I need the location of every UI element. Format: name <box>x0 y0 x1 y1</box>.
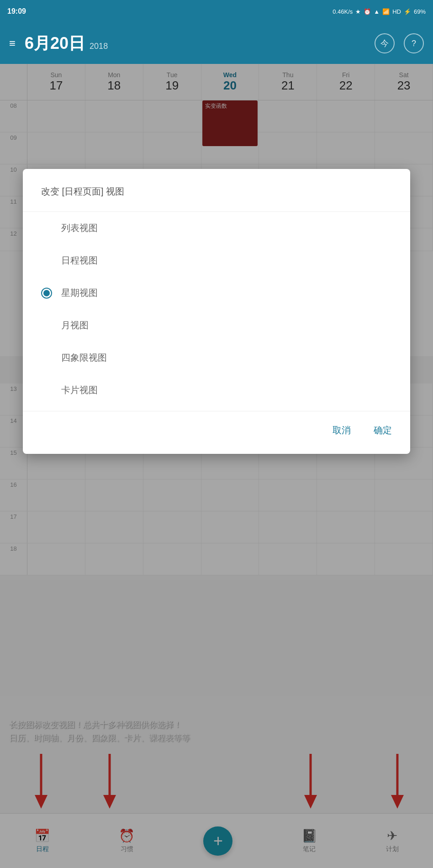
option-label-month: 月视图 <box>61 319 89 331</box>
battery-level: 69% <box>414 8 426 15</box>
network-speed: 0.46K/s <box>333 8 353 15</box>
confirm-button[interactable]: 确定 <box>374 421 392 440</box>
status-bar: 19:09 0.46K/s ★ ⏰ ▲ 📶 HD ⚡ 69% <box>0 0 433 23</box>
option-schedule-view[interactable]: 日程视图 <box>23 244 410 277</box>
menu-icon[interactable]: ≡ <box>9 37 16 50</box>
help-icon: ? <box>412 39 416 48</box>
wifi-icon: ▲ <box>374 8 380 15</box>
option-card-view[interactable]: 卡片视图 <box>23 374 410 406</box>
alarm-icon: ⏰ <box>364 8 371 15</box>
status-right: 0.46K/s ★ ⏰ ▲ 📶 HD ⚡ 69% <box>333 8 426 15</box>
today-icon: 今 <box>380 38 389 49</box>
status-time: 19:09 <box>7 7 26 16</box>
view-change-dialog: 改变 [日程页面] 视图 列表视图 日程视图 星期视图 月视图 四象限视图 卡片… <box>23 169 410 454</box>
radio-empty-2 <box>41 255 52 266</box>
option-week-view[interactable]: 星期视图 <box>23 277 410 309</box>
header-title-group: 6月20日 2018 <box>25 32 375 55</box>
help-button[interactable]: ? <box>404 33 424 53</box>
option-month-view[interactable]: 月视图 <box>23 309 410 342</box>
radio-inner-week <box>43 290 50 296</box>
radio-empty-5 <box>41 385 52 396</box>
option-list-view[interactable]: 列表视图 <box>23 212 410 244</box>
header-year: 2018 <box>90 42 108 51</box>
hd-label: HD <box>392 8 401 15</box>
radio-empty-3 <box>41 320 52 331</box>
charging-icon: ⚡ <box>404 8 411 15</box>
option-label-list: 列表视图 <box>61 222 98 234</box>
cancel-button[interactable]: 取消 <box>333 421 351 440</box>
option-label-schedule: 日程视图 <box>61 254 98 267</box>
signal-icon: 📶 <box>382 8 390 15</box>
option-quadrant-view[interactable]: 四象限视图 <box>23 342 410 374</box>
header-date: 6月20日 <box>25 32 85 55</box>
option-label-quadrant: 四象限视图 <box>61 352 107 364</box>
radio-empty-4 <box>41 352 52 363</box>
option-label-card: 卡片视图 <box>61 384 98 396</box>
today-button[interactable]: 今 <box>375 33 395 53</box>
radio-selected-week <box>41 288 52 299</box>
header-action-icons: 今 ? <box>375 33 424 53</box>
dialog-title: 改变 [日程页面] 视图 <box>23 169 410 211</box>
radio-empty-1 <box>41 223 52 234</box>
dialog-buttons: 取消 确定 <box>23 411 410 445</box>
app-header: ≡ 6月20日 2018 今 ? <box>0 23 433 64</box>
option-label-week: 星期视图 <box>61 287 98 299</box>
bluetooth-icon: ★ <box>355 8 361 15</box>
